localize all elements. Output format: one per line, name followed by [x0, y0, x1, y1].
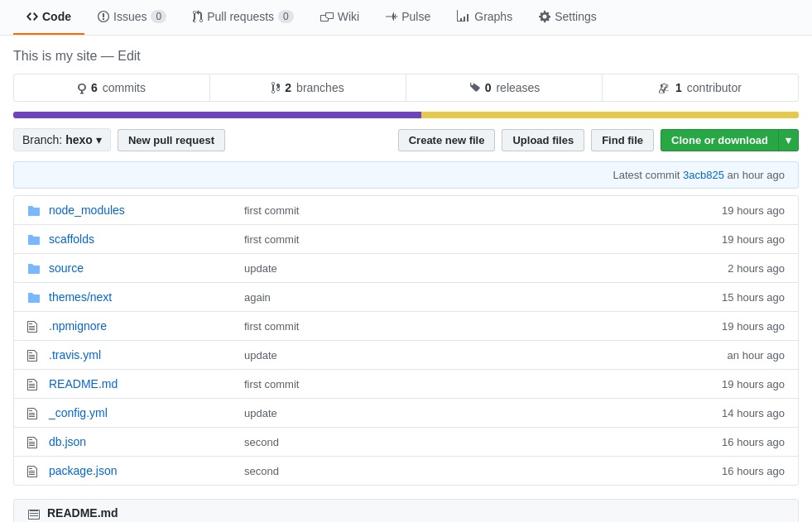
- file-name-cell: scaffolds: [49, 232, 231, 246]
- file-link[interactable]: themes/next: [49, 290, 112, 304]
- file-link[interactable]: .npmignore: [49, 319, 107, 333]
- nav-item-settings[interactable]: Settings: [526, 0, 610, 35]
- file-icon: [27, 463, 42, 478]
- nav-badge-pull-requests: 0: [278, 10, 294, 23]
- file-table: node_modules first commit 19 hours ago s…: [13, 195, 799, 486]
- pulse-icon: [386, 10, 397, 23]
- clone-or-download-button[interactable]: Clone or download: [661, 129, 778, 151]
- progress-yellow: [421, 112, 799, 118]
- file-name-cell: README.md: [49, 377, 231, 390]
- file-name-cell: source: [49, 261, 231, 275]
- file-name-cell: _config.yml: [49, 406, 231, 419]
- folder-icon: [27, 290, 42, 304]
- file-link[interactable]: scaffolds: [49, 232, 94, 246]
- folder-icon: [27, 261, 42, 275]
- branches-label: branches: [296, 81, 344, 94]
- nav-item-pull-requests[interactable]: Pull requests0: [180, 0, 307, 35]
- latest-commit-label: Latest commit: [613, 169, 680, 181]
- branch-selector[interactable]: Branch: hexo ▾: [13, 128, 111, 151]
- file-icon: [27, 376, 42, 391]
- file-message-cell: again: [231, 291, 661, 304]
- stats-bar: 6 commits 2 branches 0 releases 1 contri…: [13, 74, 799, 102]
- file-time-cell: 15 hours ago: [661, 291, 785, 304]
- file-name-cell: package.json: [49, 464, 231, 477]
- file-link[interactable]: _config.yml: [49, 406, 108, 419]
- table-row: .travis.yml update an hour ago: [14, 341, 798, 370]
- file-message-cell: first commit: [231, 204, 661, 217]
- file-message-cell: update: [231, 407, 661, 419]
- branch-icon: [271, 81, 280, 94]
- table-row: .npmignore first commit 19 hours ago: [14, 312, 798, 341]
- releases-stat[interactable]: 0 releases: [406, 74, 603, 101]
- commits-count: 6: [91, 81, 98, 94]
- contributors-label: contributor: [687, 81, 742, 94]
- commit-icon: [78, 81, 86, 94]
- people-icon: [659, 81, 670, 94]
- file-time-cell: 19 hours ago: [661, 378, 785, 390]
- folder-icon: [27, 232, 42, 247]
- file-icon: [27, 434, 42, 449]
- new-pull-request-button[interactable]: New pull request: [118, 129, 225, 151]
- file-message-cell: second: [231, 465, 661, 477]
- file-time-cell: 19 hours ago: [661, 233, 785, 246]
- file-time-cell: 2 hours ago: [661, 262, 785, 275]
- nav-item-code[interactable]: Code: [13, 0, 84, 35]
- file-link[interactable]: README.md: [49, 377, 118, 390]
- file-message-cell: first commit: [231, 378, 661, 390]
- branches-stat[interactable]: 2 branches: [210, 74, 406, 101]
- file-time-cell: 19 hours ago: [661, 320, 785, 333]
- readme-title: README.md: [47, 506, 118, 520]
- file-message-cell: first commit: [231, 320, 661, 333]
- repo-description: This is my site — Edit: [0, 36, 812, 74]
- upload-files-button[interactable]: Upload files: [502, 129, 584, 151]
- file-name-cell: themes/next: [49, 290, 231, 304]
- file-link[interactable]: db.json: [49, 435, 86, 448]
- file-link[interactable]: node_modules: [49, 204, 125, 217]
- clone-dropdown-button[interactable]: ▾: [778, 129, 799, 151]
- file-time-cell: 16 hours ago: [661, 436, 785, 448]
- table-row: package.json second 16 hours ago: [14, 457, 798, 485]
- table-row: README.md first commit 19 hours ago: [14, 370, 798, 399]
- progress-purple: [13, 112, 421, 118]
- create-new-file-button[interactable]: Create new file: [398, 129, 496, 151]
- file-name-cell: .travis.yml: [49, 348, 231, 362]
- table-row: source update 2 hours ago: [14, 254, 798, 283]
- find-file-button[interactable]: Find file: [591, 129, 654, 151]
- branch-label: Branch:: [22, 133, 62, 146]
- file-link[interactable]: .travis.yml: [49, 348, 101, 362]
- nav-item-pulse[interactable]: Pulse: [372, 0, 444, 35]
- file-link[interactable]: package.json: [49, 464, 118, 477]
- table-row: themes/next again 15 hours ago: [14, 283, 798, 312]
- nav-item-wiki[interactable]: Wiki: [307, 0, 372, 35]
- file-link[interactable]: source: [49, 261, 84, 275]
- releases-count: 0: [485, 81, 492, 94]
- contributors-stat[interactable]: 1 contributor: [603, 74, 798, 101]
- code-icon: [26, 10, 38, 23]
- issue-icon: [98, 10, 109, 23]
- nav-badge-issues: 0: [151, 10, 166, 23]
- file-time-cell: 16 hours ago: [661, 465, 785, 477]
- table-row: scaffolds first commit 19 hours ago: [14, 225, 798, 254]
- graph-icon: [457, 10, 470, 23]
- file-time-cell: 19 hours ago: [661, 204, 785, 217]
- file-time-cell: 14 hours ago: [661, 407, 785, 419]
- nav-item-graphs[interactable]: Graphs: [444, 0, 526, 35]
- contributors-count: 1: [675, 81, 682, 94]
- top-nav: Code Issues0 Pull requests0 Wiki Pulse G…: [0, 0, 812, 36]
- readme-header: README.md: [13, 499, 799, 522]
- description-text: This is my site — Edit: [13, 49, 141, 63]
- commit-time: an hour ago: [728, 169, 785, 181]
- latest-commit-bar: Latest commit 3acb825 an hour ago: [13, 161, 799, 189]
- file-name-cell: node_modules: [49, 204, 231, 217]
- folder-icon: [27, 203, 42, 218]
- commit-hash-link[interactable]: 3acb825: [683, 169, 724, 181]
- nav-item-issues[interactable]: Issues0: [84, 0, 180, 35]
- branches-count: 2: [285, 81, 291, 94]
- table-row: _config.yml update 14 hours ago: [14, 399, 798, 428]
- file-time-cell: an hour ago: [661, 349, 785, 362]
- file-name-cell: db.json: [49, 435, 231, 448]
- commits-label: commits: [103, 81, 146, 94]
- file-message-cell: update: [231, 262, 661, 275]
- wiki-icon: [320, 10, 334, 23]
- commits-stat[interactable]: 6 commits: [14, 74, 210, 101]
